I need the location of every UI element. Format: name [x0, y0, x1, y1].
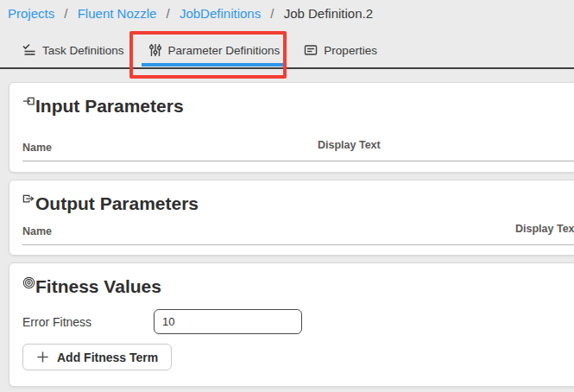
tab-properties[interactable]: Properties	[297, 33, 384, 67]
section-title: Output Parameters	[35, 193, 199, 215]
breadcrumb-link-jobdefinitions[interactable]: JobDefinitions	[180, 6, 261, 21]
add-fitness-term-label: Add Fitness Term	[57, 351, 158, 364]
tab-label: Task Definitions	[42, 44, 124, 57]
table-header-row: Name Display Text	[22, 139, 574, 161]
breadcrumb-current-item: Job Definition.2	[284, 6, 373, 21]
input-arrow-icon	[22, 96, 35, 109]
content-area: Input Parameters Name Display Text Outpu	[0, 69, 574, 387]
plus-icon	[36, 351, 49, 364]
breadcrumb-separator: /	[64, 6, 67, 21]
column-header-name: Name	[22, 225, 52, 237]
output-arrow-icon	[22, 193, 35, 206]
task-list-icon	[22, 43, 36, 57]
breadcrumb-link-projects[interactable]: Projects	[8, 6, 54, 21]
breadcrumb-separator: /	[167, 6, 170, 21]
breadcrumb: Projects / Fluent Nozzle / JobDefinition…	[0, 0, 574, 22]
section-title-row: Input Parameters	[22, 95, 574, 117]
tab-task-definitions[interactable]: Task Definitions	[16, 33, 131, 67]
add-fitness-term-button[interactable]: Add Fitness Term	[22, 344, 172, 370]
tab-label: Properties	[324, 44, 377, 57]
input-parameters-section: Input Parameters Name Display Text	[9, 82, 574, 173]
tab-parameter-definitions[interactable]: Parameter Definitions	[142, 33, 287, 67]
section-title-row: Fitness Values	[22, 275, 574, 298]
breadcrumb-separator: /	[270, 6, 274, 21]
app-window: Projects / Fluent Nozzle / JobDefinition…	[0, 0, 574, 392]
column-header-display-text: Display Text	[318, 139, 381, 151]
tab-bar: Task Definitions Parameter Definitions	[0, 33, 574, 69]
table-header-row: Name Display Text	[22, 223, 574, 245]
error-fitness-row: Error Fitness	[22, 309, 574, 334]
section-title-row: Output Parameters	[22, 193, 574, 215]
error-fitness-label: Error Fitness	[22, 315, 154, 329]
column-header-display-text: Display Text	[515, 223, 574, 235]
target-icon	[22, 276, 35, 289]
properties-icon	[304, 43, 318, 57]
breadcrumb-link-fluent-nozzle[interactable]: Fluent Nozzle	[78, 6, 157, 21]
error-fitness-input[interactable]	[154, 309, 302, 334]
fitness-values-section: Fitness Values Error Fitness Add Fitness…	[9, 262, 574, 387]
output-parameters-section: Output Parameters Name Display Text	[9, 180, 574, 256]
tab-label: Parameter Definitions	[168, 44, 281, 57]
column-header-name: Name	[22, 142, 52, 154]
section-title: Fitness Values	[35, 275, 161, 298]
sliders-icon	[148, 43, 162, 57]
section-title: Input Parameters	[35, 95, 184, 117]
